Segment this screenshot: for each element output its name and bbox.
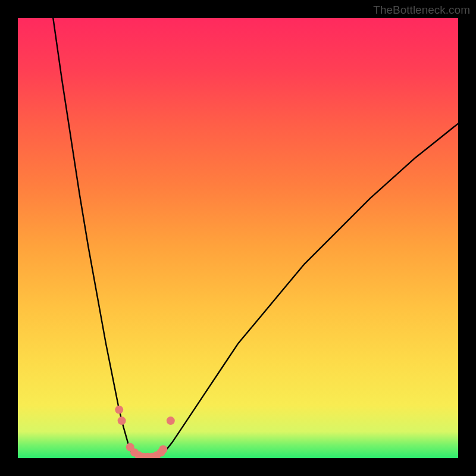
curve-right-branch — [163, 124, 458, 454]
curve-lines — [53, 18, 458, 458]
marker-dot — [159, 445, 167, 453]
chart-frame: TheBottleneck.com — [0, 0, 476, 476]
plot-area — [18, 18, 458, 458]
attribution-text: TheBottleneck.com — [373, 4, 470, 17]
curve-svg — [18, 18, 458, 458]
curve-left-branch — [53, 18, 132, 454]
highlight-markers — [115, 406, 175, 458]
marker-dot — [167, 416, 175, 425]
marker-dot — [115, 406, 123, 414]
marker-dot — [118, 416, 126, 425]
